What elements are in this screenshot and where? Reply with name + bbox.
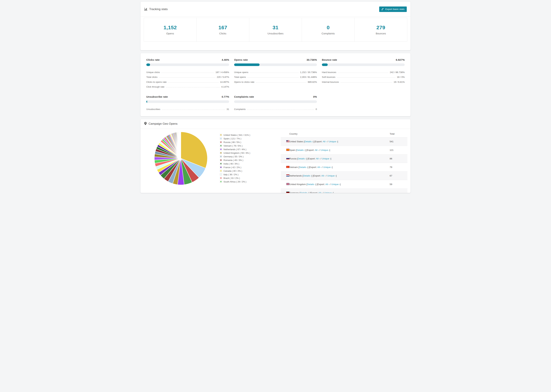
export-all-link[interactable]: All ›	[325, 183, 329, 186]
summary-stat-label: Complaints	[322, 32, 335, 35]
rate-detail-label: Hard bounces	[322, 71, 336, 74]
rate-detail-value: 689.82%	[308, 81, 317, 83]
country-total: 86	[390, 154, 407, 163]
dotted-leader	[161, 73, 214, 73]
dotted-leader	[337, 77, 396, 78]
tracking-stats-title-wrap: Tracking stats	[144, 7, 168, 11]
rate-detail-row: Total clicks220 / 5.87%	[146, 74, 229, 78]
rate-progress-bar	[146, 63, 229, 66]
rate-section-unsubscribe-rate: Unsubscribe rate0.77%Unsubscribes31	[146, 95, 229, 111]
rate-head: Opens rate30.736%	[234, 58, 317, 61]
export-all-link[interactable]: All ›	[317, 166, 321, 168]
legend-item-south-africa: South Africa ( 29 / 2% )	[220, 180, 266, 183]
export-all-link[interactable]: All ›	[321, 175, 325, 177]
rate-head: Bounce rate6.927%	[322, 58, 405, 61]
rate-detail-value: 2,303 / 61.446%	[300, 76, 317, 78]
rate-progress-bar	[234, 63, 317, 66]
legend-item-romania: Romania ( 49 / 3% )	[220, 158, 266, 162]
details-link[interactable]: Details ›	[300, 192, 309, 193]
legend-item-vietnam: Vietnam ( 79 / 5% )	[220, 144, 266, 147]
export-all-link[interactable]: All ›	[318, 192, 322, 193]
rate-detail-value: 19 / 6.81%	[394, 81, 405, 83]
details-link[interactable]: Details ›	[297, 149, 305, 151]
legend-swatch	[220, 170, 222, 172]
summary-stat-value: 279	[376, 25, 385, 30]
es-flag-icon	[286, 149, 289, 151]
rate-progress-bar	[234, 100, 317, 103]
tracking-stats-header: Tracking stats Export basic stats	[141, 2, 410, 17]
rate-value: 6.927%	[396, 58, 405, 61]
export-unique-link[interactable]: Unique ›	[329, 140, 338, 143]
dotted-leader	[338, 73, 389, 73]
rate-detail-label: Unique clicks	[146, 71, 160, 74]
rate-detail-row: Soft bounces18 / 0%	[322, 74, 405, 78]
export-all-link[interactable]: All ›	[316, 157, 320, 160]
summary-stat-opens: 1,152Opens	[144, 18, 197, 42]
legend-item-united-states: United States ( 541 / 31% )	[220, 133, 266, 137]
details-link[interactable]: Details ›	[307, 183, 316, 186]
pie-slice-53	[181, 132, 181, 158]
legend-item-france: France ( 42 / 2% )	[220, 166, 266, 169]
export-unique-link[interactable]: Unique ›	[324, 192, 333, 193]
summary-stat-value: 1,152	[164, 25, 177, 30]
summary-stat-label: Clicks	[219, 32, 226, 35]
details-link[interactable]: Details ›	[303, 175, 312, 177]
export-unique-link[interactable]: Unique ›	[327, 175, 336, 177]
rate-detail-label: Total clicks	[146, 76, 157, 78]
country-name: Germany	[289, 192, 299, 193]
country-name: Russia	[289, 157, 297, 160]
export-unique-link[interactable]: Unique ›	[322, 157, 331, 160]
rate-detail-value: 18 / 0%	[397, 76, 405, 78]
bar-chart-icon	[144, 8, 148, 11]
dotted-leader	[162, 110, 225, 110]
export-unique-link[interactable]: Unique ›	[331, 183, 340, 186]
dotted-leader	[250, 73, 299, 73]
country-cell: Russia [Details ›] [Export: All › / Uniq…	[289, 154, 390, 163]
legend-label: Canada ( 40 / 2% )	[224, 170, 242, 172]
legend-swatch	[220, 166, 222, 168]
details-link[interactable]: Details ›	[299, 166, 308, 168]
rate-title: Clicks rate	[146, 58, 160, 61]
rate-detail-rows: Unsubscribes31	[146, 105, 229, 111]
rate-detail-row: Internal bounces19 / 6.81%	[322, 78, 405, 83]
country-total: 59	[390, 180, 407, 189]
rate-progress-fill	[234, 63, 260, 66]
legend-label: United States ( 541 / 31% )	[224, 134, 250, 136]
geo-table-row-nl: Netherlands [Details ›] [Export: All › /…	[281, 172, 407, 180]
export-unique-link[interactable]: Unique ›	[321, 149, 329, 151]
legend-item-netherlands: Netherlands ( 67 / 4% )	[220, 147, 266, 151]
legend-swatch	[220, 159, 222, 161]
rate-section-opens-rate: Opens rate30.736%Unique opens1,152 / 30.…	[234, 58, 317, 88]
rate-detail-row: Total opens2,303 / 61.446%	[234, 74, 317, 78]
rate-value: 30.736%	[306, 58, 317, 61]
rate-value: 0%	[313, 95, 317, 98]
legend-label: Germany ( 55 / 3% )	[224, 155, 243, 158]
details-link[interactable]: Details ›	[304, 140, 313, 143]
rate-progress-fill	[146, 100, 147, 103]
legend-item-italy: Italy ( 36 / 2% )	[220, 173, 266, 176]
us-flag-icon	[286, 140, 289, 143]
rate-title: Opens rate	[234, 58, 248, 61]
geo-opens-card: Campaign Geo Opens United States ( 541 /…	[141, 119, 410, 193]
summary-stats-box: 1,152Opens167Clicks31Unsubscribes0Compla…	[144, 18, 407, 42]
export-all-link[interactable]: All ›	[315, 149, 319, 151]
rate-head: Complaints rate0%	[234, 95, 317, 98]
legend-swatch	[220, 155, 222, 158]
rate-detail-row: Unique opens1,152 / 30.736%	[234, 69, 317, 74]
export-unique-link[interactable]: Unique ›	[323, 166, 332, 168]
details-link[interactable]: Details ›	[298, 157, 306, 160]
legend-swatch	[220, 152, 222, 154]
legend-swatch	[220, 141, 222, 143]
summary-stat-bounces: 279Bounces	[354, 18, 407, 42]
rate-detail-row: Unique clicks167 / 4.456%	[146, 69, 229, 74]
geo-table-wrap: Country Total United States [Details ›] …	[281, 131, 407, 193]
geo-table-row-de: Germany [Details ›] [Export: All › / Uni…	[281, 189, 407, 193]
flag-cell	[281, 146, 289, 154]
export-basic-stats-button[interactable]: Export basic stats	[379, 7, 407, 12]
legend-item-canada: Canada ( 40 / 2% )	[220, 169, 266, 173]
rate-detail-label: Opens to clicks rate	[234, 81, 254, 83]
export-all-link[interactable]: All ›	[323, 140, 327, 143]
rate-detail-row: Clicks to opens rate14.497%	[146, 78, 229, 83]
flag-cell	[281, 163, 289, 172]
rate-progress-bar	[146, 100, 229, 103]
